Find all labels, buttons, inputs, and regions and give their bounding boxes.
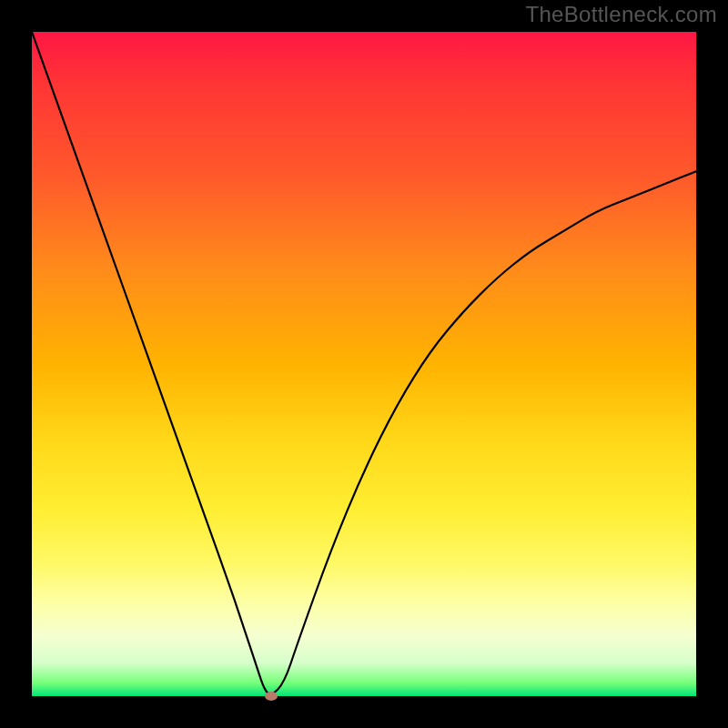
bottleneck-curve <box>32 32 696 696</box>
chart-frame: TheBottleneck.com <box>0 0 728 728</box>
watermark-label: TheBottleneck.com <box>525 2 717 27</box>
optimal-point-marker <box>265 692 278 701</box>
